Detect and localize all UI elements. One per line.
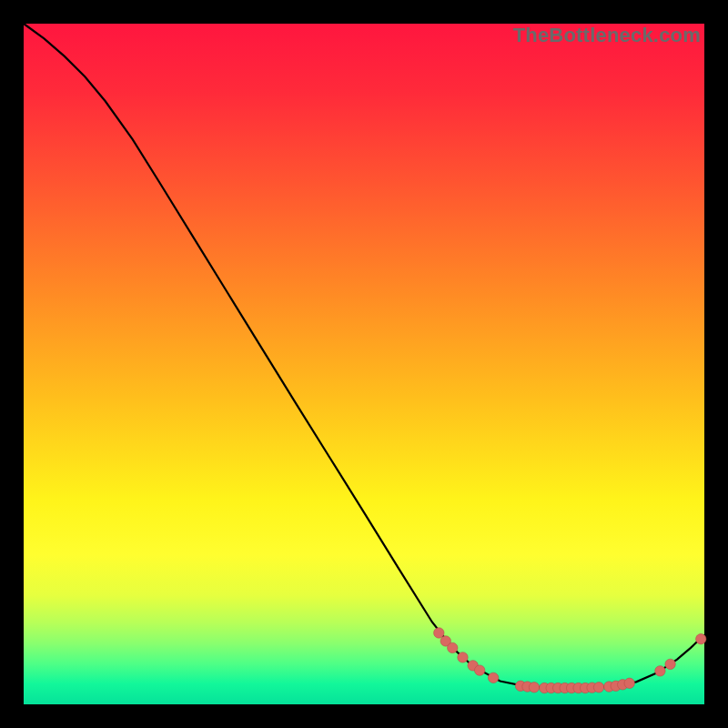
bottleneck-curve <box>24 24 704 688</box>
data-marker <box>434 628 444 638</box>
chart-svg <box>24 24 704 704</box>
data-markers <box>434 628 706 693</box>
data-marker <box>488 672 498 682</box>
data-marker <box>665 659 675 669</box>
plot-area: TheBottleneck.com <box>24 24 704 704</box>
data-marker <box>529 682 539 693</box>
data-marker <box>655 666 665 676</box>
chart-container: TheBottleneck.com <box>0 0 728 728</box>
data-marker <box>624 678 634 688</box>
data-marker <box>474 665 484 675</box>
data-marker <box>593 682 603 693</box>
data-marker <box>448 642 458 652</box>
data-marker <box>458 652 468 662</box>
data-marker <box>696 633 706 643</box>
